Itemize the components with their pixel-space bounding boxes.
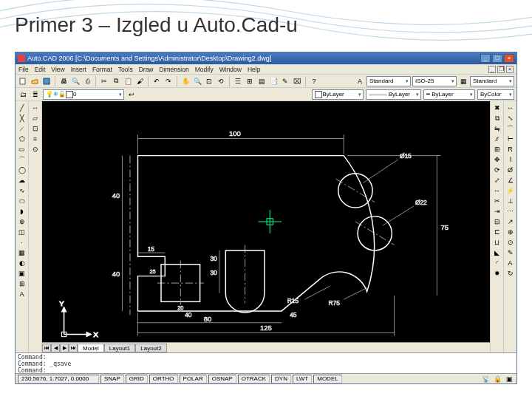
publish-button[interactable]: ⎙ bbox=[82, 76, 92, 86]
undo-button[interactable]: ↶ bbox=[151, 76, 162, 86]
make-block-tool[interactable]: ◫ bbox=[17, 227, 27, 237]
line-tool[interactable]: ╱ bbox=[17, 103, 27, 113]
tablestyle-icon[interactable]: ▦ bbox=[458, 76, 468, 86]
dim-quick-tool[interactable]: ⚡ bbox=[505, 185, 516, 196]
lwt-toggle[interactable]: LWT bbox=[293, 375, 312, 383]
layer-states-button[interactable]: ≣ bbox=[30, 89, 41, 100]
menu-help[interactable]: Help bbox=[248, 66, 260, 73]
grid-toggle[interactable]: GRID bbox=[126, 375, 148, 383]
copy-tool[interactable]: ⧉ bbox=[492, 113, 502, 123]
zoom-window-button[interactable]: ⊡ bbox=[204, 76, 214, 86]
rectangle-tool[interactable]: ▭ bbox=[17, 144, 27, 154]
dim-baseline-tool[interactable]: ⊥ bbox=[505, 196, 516, 206]
menu-format[interactable]: Format bbox=[92, 66, 112, 73]
menu-file[interactable]: File bbox=[18, 66, 29, 73]
redo-button[interactable]: ↷ bbox=[163, 76, 174, 86]
menu-insert[interactable]: Insert bbox=[71, 66, 86, 73]
otrack-toggle[interactable]: OTRACK bbox=[238, 375, 270, 383]
menu-modify[interactable]: Modify bbox=[195, 66, 214, 73]
cmd-prompt[interactable]: Command: bbox=[18, 367, 514, 373]
cut-button[interactable]: ✂ bbox=[99, 76, 109, 86]
zoom-previous-button[interactable]: ⟲ bbox=[216, 76, 226, 86]
dim-tolerance-tool[interactable]: ⊕ bbox=[505, 227, 516, 237]
dim-edit-tool[interactable]: ✎ bbox=[505, 248, 516, 258]
spline-tool[interactable]: ∿ bbox=[17, 185, 27, 196]
print-preview-button[interactable]: 🔍 bbox=[70, 76, 81, 86]
dim-diameter-tool[interactable]: Ø bbox=[505, 165, 516, 175]
massprops-tool[interactable]: ⊡ bbox=[30, 123, 41, 134]
textstyle-icon[interactable]: A bbox=[355, 76, 365, 86]
menu-draw[interactable]: Draw bbox=[139, 66, 154, 73]
table-tool[interactable]: ⊞ bbox=[17, 279, 27, 289]
doc-restore-button[interactable]: ❐ bbox=[497, 66, 505, 73]
lineweight-dropdown[interactable]: ━ ByLayer bbox=[423, 89, 475, 100]
tab-nav-next[interactable]: ▶ bbox=[60, 344, 69, 352]
polygon-tool[interactable]: ⬠ bbox=[17, 134, 27, 144]
doc-close-button[interactable]: × bbox=[506, 66, 514, 73]
design-center-button[interactable]: ⊞ bbox=[245, 76, 255, 86]
array-tool[interactable]: ⊞ bbox=[492, 144, 502, 154]
drawing-canvas[interactable]: 100 125 80 40 45 40 bbox=[42, 101, 490, 342]
dim-update-tool[interactable]: ↻ bbox=[505, 268, 516, 279]
sheet-set-button[interactable]: 📑 bbox=[268, 76, 279, 86]
close-button[interactable]: × bbox=[504, 54, 514, 63]
fillet-tool[interactable]: ◜ bbox=[492, 258, 502, 268]
pan-button[interactable]: ✋ bbox=[180, 76, 191, 86]
ellipse-arc-tool[interactable]: ◗ bbox=[17, 206, 27, 216]
menu-dimension[interactable]: Dimension bbox=[160, 66, 189, 73]
chamfer-tool[interactable]: ◣ bbox=[492, 248, 502, 258]
list-tool[interactable]: ≡ bbox=[30, 134, 41, 144]
dim-ordinate-tool[interactable]: ⊢ bbox=[505, 134, 516, 144]
title-bar[interactable]: Auto.CAD 2006 [C:\Documents and Settings… bbox=[16, 52, 516, 64]
comm-center-icon[interactable]: 📡 bbox=[480, 374, 491, 384]
table-style-dropdown[interactable]: Standard bbox=[470, 76, 514, 86]
dim-radius-tool[interactable]: R bbox=[505, 144, 516, 154]
dim-aligned-tool[interactable]: ⤡ bbox=[505, 113, 516, 123]
linetype-dropdown[interactable]: ——— ByLayer bbox=[366, 89, 421, 100]
snap-toggle[interactable]: SNAP bbox=[100, 375, 124, 383]
break-tool[interactable]: ⊏ bbox=[492, 227, 502, 237]
layer-previous-button[interactable]: ↩ bbox=[126, 89, 137, 100]
stretch-tool[interactable]: ↔ bbox=[492, 185, 502, 196]
markup-button[interactable]: ✎ bbox=[280, 76, 290, 86]
tab-layout1[interactable]: Layout1 bbox=[104, 344, 135, 352]
region-tool[interactable]: ▣ bbox=[17, 268, 27, 279]
tab-nav-first[interactable]: ⏮ bbox=[42, 344, 51, 352]
osnap-toggle[interactable]: OSNAP bbox=[208, 375, 236, 383]
zoom-realtime-button[interactable]: 🔍 bbox=[192, 76, 202, 86]
dim-arc-tool[interactable]: ⌒ bbox=[505, 123, 516, 134]
hatch-tool[interactable]: ▦ bbox=[17, 248, 27, 258]
join-tool[interactable]: ⊔ bbox=[492, 237, 502, 248]
dim-angular-tool[interactable]: ∠ bbox=[505, 175, 516, 185]
dim-continue-tool[interactable]: ⋯ bbox=[505, 206, 516, 216]
copy-button[interactable]: ⧉ bbox=[111, 76, 121, 86]
tab-model[interactable]: Model bbox=[78, 344, 104, 352]
dyn-toggle[interactable]: DYN bbox=[271, 375, 291, 383]
tab-layout2[interactable]: Layout2 bbox=[135, 344, 166, 352]
rotate-tool[interactable]: ⟳ bbox=[492, 165, 502, 175]
area-tool[interactable]: ▱ bbox=[30, 113, 41, 123]
doc-minimize-button[interactable]: _ bbox=[488, 66, 496, 73]
drawing-area[interactable]: 100 125 80 40 45 40 bbox=[42, 101, 490, 352]
tab-nav-prev[interactable]: ◀ bbox=[51, 344, 60, 352]
mtext-tool[interactable]: A bbox=[17, 289, 27, 299]
minimize-button[interactable]: _ bbox=[480, 54, 491, 63]
scale-tool[interactable]: ⤢ bbox=[492, 175, 502, 185]
menu-view[interactable]: View bbox=[51, 66, 64, 73]
dim-leader-tool[interactable]: ↗ bbox=[505, 216, 516, 227]
dim-style-dropdown[interactable]: ISO-25 bbox=[412, 76, 457, 86]
dim-linear-tool[interactable]: ↔ bbox=[505, 103, 516, 113]
layer-dropdown[interactable]: 💡❄🔓 0 bbox=[43, 89, 124, 100]
break-at-point-tool[interactable]: ⊟ bbox=[492, 216, 502, 227]
mirror-tool[interactable]: ⇋ bbox=[492, 123, 502, 134]
print-button[interactable]: 🖶 bbox=[58, 76, 69, 86]
distance-tool[interactable]: ↔ bbox=[30, 103, 41, 113]
menu-edit[interactable]: Edit bbox=[35, 66, 46, 73]
menu-window[interactable]: Window bbox=[219, 66, 242, 73]
ortho-toggle[interactable]: ORTHO bbox=[149, 375, 178, 383]
match-properties-button[interactable]: 🖌 bbox=[134, 76, 145, 86]
properties-button[interactable]: ☰ bbox=[233, 76, 243, 86]
move-tool[interactable]: ✥ bbox=[492, 154, 502, 165]
menu-tools[interactable]: Tools bbox=[118, 66, 133, 73]
text-style-dropdown[interactable]: Standard bbox=[366, 76, 411, 86]
